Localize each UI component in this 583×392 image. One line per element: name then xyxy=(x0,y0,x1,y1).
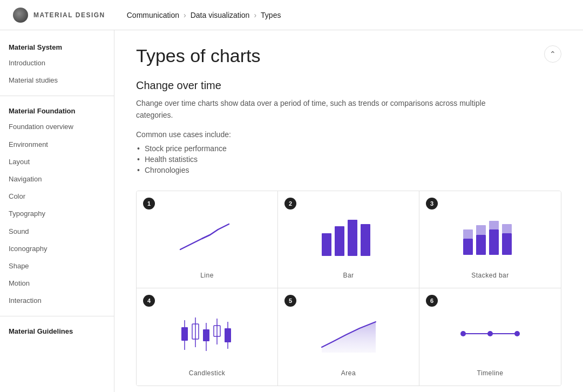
chart-cell-candlestick[interactable]: 4 xyxy=(137,288,278,386)
sidebar-divider-1 xyxy=(0,96,114,96)
chart-label-area: Area xyxy=(341,369,356,377)
sidebar-section-material-guidelines: Material Guidelines xyxy=(0,323,114,339)
chart-number-4: 4 xyxy=(143,295,155,307)
breadcrumb: Communication › Data visualization › Typ… xyxy=(127,11,281,19)
sidebar-item-sound[interactable]: Sound xyxy=(0,223,114,240)
sidebar-item-navigation[interactable]: Navigation xyxy=(0,171,114,188)
chart-visual-candlestick xyxy=(145,302,269,365)
chart-visual-line xyxy=(145,205,269,267)
chart-visual-timeline xyxy=(428,302,552,365)
sidebar-item-foundation-overview[interactable]: Foundation overview xyxy=(0,118,114,136)
top-nav: MATERIAL DESIGN Communication › Data vis… xyxy=(0,0,583,30)
chart-label-timeline: Timeline xyxy=(477,369,504,377)
use-case-3: Chronologies xyxy=(136,165,561,175)
sidebar-item-interaction[interactable]: Interaction xyxy=(0,292,114,309)
svg-rect-10 xyxy=(502,233,512,255)
logo-icon xyxy=(13,8,28,23)
svg-rect-1 xyxy=(335,226,344,256)
chart-label-stacked-bar: Stacked bar xyxy=(471,272,509,279)
sidebar-item-material-studies[interactable]: Material studies xyxy=(0,72,114,89)
svg-point-23 xyxy=(460,331,466,336)
use-cases-label: Common use cases include: xyxy=(136,130,561,139)
logo[interactable]: MATERIAL DESIGN xyxy=(13,8,105,23)
chart-visual-area xyxy=(287,302,410,365)
chart-number-3: 3 xyxy=(426,198,438,209)
use-case-1: Stock price performance xyxy=(136,143,561,154)
sidebar: Material System Introduction Material st… xyxy=(0,30,114,392)
chart-label-candlestick: Candlestick xyxy=(189,369,226,377)
svg-rect-5 xyxy=(463,229,473,239)
chart-label-line: Line xyxy=(200,272,214,279)
sidebar-section-material-system: Material System xyxy=(0,39,114,55)
chart-cell-bar[interactable]: 2 Bar xyxy=(278,191,419,288)
svg-rect-2 xyxy=(348,220,357,256)
sidebar-item-color[interactable]: Color xyxy=(0,188,114,205)
chart-cell-timeline[interactable]: 6 Timeline xyxy=(419,288,561,386)
svg-rect-7 xyxy=(476,225,486,235)
chart-visual-bar xyxy=(287,205,410,267)
breadcrumb-types[interactable]: Types xyxy=(261,11,281,19)
use-cases-list: Stock price performance Health statistic… xyxy=(136,143,561,175)
page-title-row: Types of charts ⌃ xyxy=(136,45,561,66)
sidebar-item-shape[interactable]: Shape xyxy=(0,258,114,275)
breadcrumb-sep-2: › xyxy=(254,11,256,19)
chart-cell-area[interactable]: 5 Area xyxy=(278,288,419,386)
sidebar-item-introduction[interactable]: Introduction xyxy=(0,55,114,72)
chart-visual-stacked-bar xyxy=(428,205,552,267)
use-case-2: Health statistics xyxy=(136,154,561,165)
svg-rect-13 xyxy=(181,327,188,341)
sidebar-item-layout[interactable]: Layout xyxy=(0,153,114,171)
sidebar-divider-2 xyxy=(0,316,114,316)
page-title: Types of charts xyxy=(136,45,261,66)
svg-rect-21 xyxy=(225,328,231,342)
breadcrumb-datavis[interactable]: Data visualization xyxy=(191,11,250,19)
chart-label-bar: Bar xyxy=(343,272,354,279)
main-content: Types of charts ⌃ Change over time Chang… xyxy=(114,30,583,392)
svg-point-24 xyxy=(487,331,493,336)
sidebar-item-environment[interactable]: Environment xyxy=(0,136,114,153)
svg-rect-0 xyxy=(322,233,331,256)
sidebar-section-material-foundation: Material Foundation xyxy=(0,103,114,118)
chart-cell-line[interactable]: 1 Line xyxy=(137,191,278,288)
svg-point-25 xyxy=(514,331,520,336)
collapse-button[interactable]: ⌃ xyxy=(544,45,561,63)
sidebar-item-typography[interactable]: Typography xyxy=(0,205,114,222)
svg-rect-3 xyxy=(361,224,370,256)
breadcrumb-communication[interactable]: Communication xyxy=(127,11,179,19)
section-heading: Change over time xyxy=(136,79,561,92)
chart-number-6: 6 xyxy=(426,295,438,307)
svg-rect-17 xyxy=(203,329,209,341)
logo-text: MATERIAL DESIGN xyxy=(33,11,105,19)
section-description: Change over time charts show data over a… xyxy=(136,97,503,121)
sidebar-item-iconography[interactable]: Iconography xyxy=(0,240,114,258)
svg-rect-11 xyxy=(502,224,512,233)
chart-number-1: 1 xyxy=(143,198,155,209)
chart-grid: 1 Line 2 xyxy=(136,191,561,386)
layout: Material System Introduction Material st… xyxy=(0,30,583,392)
svg-rect-6 xyxy=(476,235,486,255)
sidebar-item-motion[interactable]: Motion xyxy=(0,275,114,292)
svg-rect-8 xyxy=(489,229,499,255)
chart-number-5: 5 xyxy=(284,295,296,307)
svg-rect-9 xyxy=(489,221,499,229)
chart-cell-stacked-bar[interactable]: 3 xyxy=(419,191,561,288)
chart-number-2: 2 xyxy=(284,198,296,209)
svg-rect-4 xyxy=(463,239,473,255)
breadcrumb-sep-1: › xyxy=(184,11,186,19)
